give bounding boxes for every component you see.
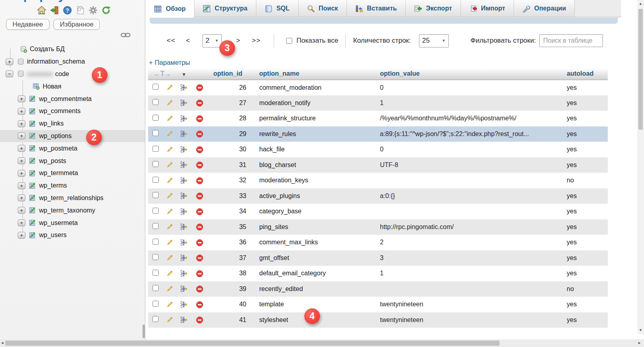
- delete-row-button[interactable]: [192, 266, 208, 281]
- delete-row-button[interactable]: [192, 235, 208, 250]
- delete-row-button[interactable]: [192, 111, 208, 126]
- delete-row-button[interactable]: [192, 126, 208, 142]
- collapse-icon[interactable]: −: [6, 70, 13, 77]
- row-checkbox[interactable]: [153, 285, 159, 291]
- rows-count-select[interactable]: 25▼: [419, 34, 449, 48]
- delete-row-button[interactable]: [192, 297, 208, 312]
- copy-insert-row-button[interactable]: [176, 281, 192, 297]
- edit-row-button[interactable]: [163, 297, 176, 312]
- docs-icon[interactable]: [76, 6, 85, 15]
- edit-row-button[interactable]: [163, 219, 176, 235]
- prev-page-button[interactable]: <: [186, 37, 190, 45]
- home-icon[interactable]: [37, 6, 46, 15]
- row-checkbox[interactable]: [153, 239, 159, 245]
- vertical-scrollbar-thumb[interactable]: [638, 9, 643, 130]
- expand-icon[interactable]: +: [18, 207, 25, 214]
- tree-item-create-db[interactable]: Создать БД: [0, 43, 145, 56]
- parameters-toggle-link[interactable]: + Параметры: [149, 59, 190, 66]
- copy-insert-row-button[interactable]: [176, 80, 192, 95]
- row-checkbox[interactable]: [153, 223, 159, 229]
- delete-row-button[interactable]: [192, 142, 208, 157]
- expand-icon[interactable]: +: [18, 170, 25, 177]
- row-checkbox[interactable]: [153, 99, 159, 105]
- copy-insert-row-button[interactable]: [176, 142, 192, 157]
- column-header-autoload[interactable]: autoload: [564, 68, 608, 80]
- tree-item-wp-options[interactable]: +wp_options: [0, 130, 145, 143]
- copy-insert-row-button[interactable]: [176, 219, 192, 235]
- vertical-scrollbar[interactable]: ▲ ▼: [637, 0, 644, 334]
- options-caret-icon[interactable]: ▼: [182, 72, 186, 77]
- row-checkbox[interactable]: [153, 84, 159, 90]
- copy-insert-row-button[interactable]: [176, 95, 192, 111]
- row-checkbox[interactable]: [153, 208, 159, 214]
- copy-insert-row-button[interactable]: [176, 235, 192, 250]
- copy-insert-row-button[interactable]: [176, 188, 192, 204]
- tab-structure[interactable]: Структура: [194, 0, 256, 17]
- tree-item-wp-term-relationships[interactable]: +wp_term_relationships: [0, 192, 145, 204]
- delete-row-button[interactable]: [192, 219, 208, 235]
- row-checkbox[interactable]: [153, 316, 159, 322]
- row-checkbox[interactable]: [153, 130, 159, 136]
- row-checkbox[interactable]: [153, 115, 159, 121]
- row-checkbox[interactable]: [153, 177, 159, 183]
- column-header-option-id[interactable]: option_id: [208, 68, 249, 80]
- tab-browse[interactable]: Обзор: [146, 0, 194, 18]
- tree-item-wp-links[interactable]: +wp_links: [0, 118, 145, 130]
- scroll-up-icon[interactable]: ▲: [637, 2, 644, 6]
- tree-item-wp-postmeta[interactable]: +wp_postmeta: [0, 142, 145, 155]
- edit-row-button[interactable]: [163, 80, 176, 95]
- sidebar-scrollbar-thumb[interactable]: [142, 324, 145, 338]
- edit-row-button[interactable]: [163, 111, 176, 126]
- copy-insert-row-button[interactable]: [176, 111, 192, 126]
- last-page-button[interactable]: >>: [252, 37, 261, 45]
- copy-insert-row-button[interactable]: [176, 312, 192, 328]
- expand-icon[interactable]: +: [18, 108, 25, 115]
- expand-icon[interactable]: +: [18, 132, 25, 139]
- favorites-button[interactable]: Избранное: [54, 19, 100, 30]
- row-checkbox[interactable]: [153, 146, 159, 152]
- tree-item-wp-posts[interactable]: +wp_posts: [0, 155, 145, 167]
- tree-item-wp-users[interactable]: +wp_users: [0, 229, 145, 242]
- edit-row-button[interactable]: [163, 126, 176, 142]
- recents-button[interactable]: Недавнее: [6, 19, 50, 30]
- scroll-down-icon[interactable]: ▼: [637, 328, 644, 332]
- delete-row-button[interactable]: [192, 204, 208, 219]
- scroll-left-icon[interactable]: ◂: [1, 340, 4, 345]
- tree-item-new-table[interactable]: Новая: [0, 80, 145, 93]
- delete-row-button[interactable]: [192, 173, 208, 188]
- page-select[interactable]: 2▼: [202, 34, 222, 48]
- copy-insert-row-button[interactable]: [176, 173, 192, 188]
- next-page-button[interactable]: >: [236, 37, 241, 45]
- expand-icon[interactable]: +: [18, 157, 25, 164]
- copy-insert-row-button[interactable]: [176, 250, 192, 266]
- expand-icon[interactable]: +: [18, 219, 25, 226]
- delete-row-button[interactable]: [192, 157, 208, 173]
- copy-insert-row-button[interactable]: [176, 157, 192, 173]
- column-reorder-widget[interactable]: ←T→▼: [148, 68, 208, 80]
- help-icon[interactable]: ?: [63, 6, 72, 15]
- delete-row-button[interactable]: [192, 80, 208, 95]
- expand-icon[interactable]: +: [18, 182, 25, 189]
- row-checkbox[interactable]: [153, 301, 159, 307]
- row-checkbox[interactable]: [153, 254, 159, 260]
- row-checkbox[interactable]: [153, 270, 159, 276]
- link-chain-icon[interactable]: [121, 32, 130, 39]
- tree-item-wp-term-taxonomy[interactable]: +wp_term_taxonomy: [0, 204, 145, 217]
- tree-item-wp-usermeta[interactable]: +wp_usermeta: [0, 217, 145, 229]
- edit-row-button[interactable]: [163, 188, 176, 204]
- tree-item-wp-comments[interactable]: +wp_comments: [0, 105, 145, 118]
- edit-row-button[interactable]: [163, 312, 176, 328]
- delete-row-button[interactable]: [192, 95, 208, 111]
- expand-icon[interactable]: +: [6, 58, 13, 65]
- edit-row-button[interactable]: [163, 142, 176, 157]
- edit-row-button[interactable]: [163, 95, 176, 111]
- edit-row-button[interactable]: [163, 157, 176, 173]
- edit-row-button[interactable]: [163, 281, 176, 297]
- delete-row-button[interactable]: [192, 281, 208, 297]
- edit-row-button[interactable]: [163, 266, 176, 281]
- tab-insert[interactable]: Вставить: [347, 0, 406, 17]
- expand-icon[interactable]: +: [18, 194, 25, 201]
- tab-import[interactable]: Импорт: [461, 0, 514, 17]
- edit-row-button[interactable]: [163, 250, 176, 266]
- tree-item-information-schema[interactable]: +information_schema: [0, 56, 145, 68]
